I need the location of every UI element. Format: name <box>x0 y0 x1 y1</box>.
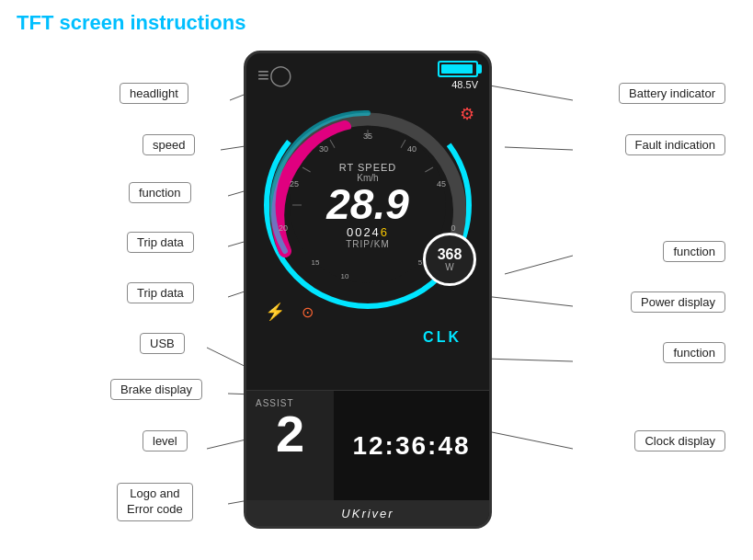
svg-text:30: 30 <box>319 144 328 154</box>
page-title: TFT screen instructions <box>17 11 245 35</box>
svg-line-14 <box>492 432 573 449</box>
usb-icon: ⚡ <box>265 302 285 322</box>
svg-text:10: 10 <box>341 272 349 280</box>
screen-footer: UKriver <box>246 500 489 526</box>
label-speed: speed <box>143 134 195 155</box>
label-fault-indication: Fault indication <box>625 134 725 155</box>
svg-text:15: 15 <box>312 258 320 267</box>
svg-text:20: 20 <box>279 223 288 233</box>
svg-text:35: 35 <box>363 131 372 141</box>
clock-value: 12:36:48 <box>352 431 470 461</box>
screen-top-bar: ≡◯ 48.5V <box>246 61 489 90</box>
label-logo-error: Logo andError code <box>117 483 193 521</box>
speed-value: 28.9 <box>326 183 409 225</box>
label-function2: function <box>663 241 725 262</box>
odometer-digits: 0024 <box>347 225 381 239</box>
label-power-display: Power display <box>631 291 725 313</box>
svg-text:0: 0 <box>451 223 455 233</box>
label-function3: function <box>663 342 725 363</box>
label-brake-display: Brake display <box>110 379 202 400</box>
label-level: level <box>143 430 188 451</box>
speed-center: RT SPEED Km/h 28.9 00246 TRIP/KM <box>326 162 409 249</box>
clock-panel: 12:36:48 <box>334 391 489 500</box>
label-function1: function <box>129 182 191 203</box>
tft-screen: ≡◯ 48.5V ⚙ <box>244 51 492 529</box>
power-value: 368 <box>438 247 462 262</box>
label-battery-indicator: Battery indicator <box>619 83 725 104</box>
label-clock-display: Clock display <box>634 430 725 451</box>
label-trip-data2: Trip data <box>127 282 194 303</box>
battery-fill <box>441 64 473 74</box>
battery-area: 48.5V <box>438 61 478 90</box>
svg-line-12 <box>485 296 573 306</box>
label-usb: USB <box>140 333 185 354</box>
battery-icon <box>438 61 478 77</box>
svg-line-13 <box>485 359 573 361</box>
rt-speed-label: RT SPEED <box>326 162 409 173</box>
svg-line-10 <box>505 147 573 150</box>
assist-value: 2 <box>256 408 325 460</box>
assist-panel: ASSIST 2 <box>246 391 334 500</box>
label-trip-data1: Trip data <box>127 232 194 253</box>
odometer-highlight: 6 <box>381 225 389 239</box>
svg-line-9 <box>485 85 573 100</box>
brake-icon: ⊙ <box>302 303 314 321</box>
brand-label: UKriver <box>341 507 394 520</box>
battery-voltage: 48.5V <box>451 79 478 90</box>
svg-text:40: 40 <box>407 144 416 154</box>
power-unit: W <box>445 262 453 272</box>
label-headlight: headlight <box>120 83 188 104</box>
clk-label: CLK <box>423 329 462 346</box>
bottom-section: ASSIST 2 12:36:48 <box>246 390 489 500</box>
headlight-icon: ≡◯ <box>257 63 292 87</box>
svg-text:25: 25 <box>290 179 299 189</box>
icons-row: ⚡ ⊙ <box>265 302 314 322</box>
svg-line-11 <box>505 256 573 274</box>
svg-text:45: 45 <box>437 179 446 189</box>
trip-label: TRIP/KM <box>326 239 409 249</box>
power-circle: 368 W <box>423 233 476 286</box>
